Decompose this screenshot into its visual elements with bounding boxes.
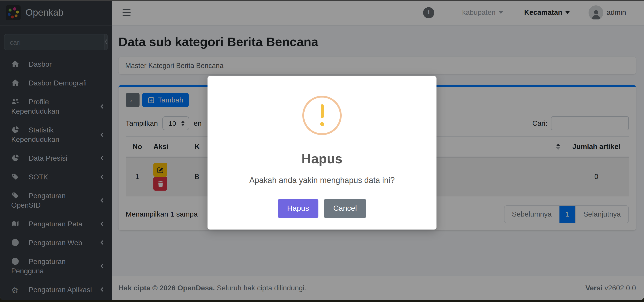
dialog-title: Hapus <box>208 151 436 166</box>
confirm-delete-button[interactable]: Hapus <box>278 199 318 218</box>
exclamation-bar <box>320 104 324 118</box>
screen: Openkab Dasbor Dasbor Demografi Profile … <box>0 0 644 302</box>
cancel-button[interactable]: Cancel <box>324 199 366 218</box>
warning-icon <box>302 96 342 135</box>
window-top-edge <box>0 0 644 1</box>
browser-page: Openkab Dasbor Dasbor Demografi Profile … <box>0 0 644 300</box>
dialog-message: Apakah anda yakin menghapus data ini? <box>208 176 436 185</box>
exclamation-dot <box>320 122 324 126</box>
confirm-dialog: Hapus Apakah anda yakin menghapus data i… <box>208 76 436 230</box>
dialog-actions: Hapus Cancel <box>208 199 436 218</box>
desktop-wallpaper: Openkab Dasbor Dasbor Demografi Profile … <box>0 0 644 302</box>
